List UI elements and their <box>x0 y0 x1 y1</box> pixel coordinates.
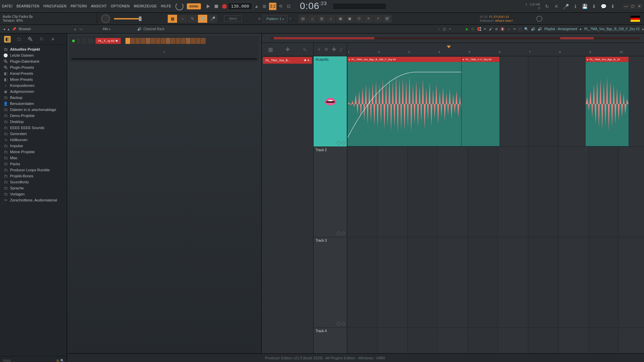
ruler-close-icon[interactable]: ✕ <box>324 46 328 53</box>
tree-item[interactable]: ♪Kompositionen <box>0 82 67 88</box>
ruler-numbers[interactable]: 12345678910 <box>347 43 644 56</box>
menu-options[interactable]: OPTIONEN <box>111 4 130 8</box>
picker-wave-icon[interactable]: ∿ <box>303 46 307 53</box>
tree-item[interactable]: 🗀Backup <box>0 95 67 101</box>
picker-add-icon[interactable]: ✚ <box>285 46 290 53</box>
channel-filter[interactable]: Alle ▾ <box>103 27 110 31</box>
collapse-icon[interactable]: ◂ <box>3 27 5 31</box>
playlist-view-button[interactable]: ▤ <box>299 15 307 23</box>
wait-icon[interactable]: ⊞ <box>261 3 268 10</box>
cr-close-icon[interactable]: ✕ <box>448 27 451 31</box>
ruler-opts-icon[interactable]: ⎎ <box>339 47 343 53</box>
audio-clip-3[interactable]: ▸PL_TMA_Vox_Bgv_B_15 <box>585 56 629 146</box>
undo-history-icon[interactable]: ↻ <box>544 3 550 9</box>
tree-item[interactable]: 🗀Producer Loops Rumble <box>0 167 67 173</box>
pl-tool-select-icon[interactable]: ⬚ <box>519 27 522 31</box>
track-name[interactable]: Track 3 <box>314 237 347 244</box>
browser-folder-icon[interactable]: 🗀 <box>15 36 22 43</box>
cpu-mem-panel[interactable]: 1 119 MB 0 <box>525 3 543 10</box>
step[interactable] <box>146 38 150 44</box>
step[interactable] <box>171 38 175 44</box>
track-header-2[interactable]: Track 2 <box>314 147 347 237</box>
track-name[interactable]: Acapella <box>314 56 347 63</box>
pl-magnet-icon[interactable]: 🧲 <box>477 27 481 31</box>
snap-button-1[interactable]: ▦ <box>168 15 177 23</box>
menu-add[interactable]: HINZUFüGEN <box>44 4 67 8</box>
up-icon[interactable]: ▴ <box>8 27 9 31</box>
track-mute-knob[interactable] <box>337 322 340 325</box>
pl-tool-draw-icon[interactable]: ✏ <box>484 27 486 31</box>
globe-icon[interactable] <box>536 16 542 22</box>
main-pitch-slider[interactable] <box>114 18 141 19</box>
menu-edit[interactable]: BEARBEITEN <box>16 4 39 8</box>
playlist-minimap[interactable] <box>271 37 641 39</box>
mixer-button[interactable]: ⎎ <box>327 15 335 23</box>
speaker2-icon[interactable]: 🔊 <box>538 27 542 31</box>
tree-item[interactable]: 🔌Plugin-Datenbank <box>0 58 67 64</box>
tree-item[interactable]: 🗀Vorlagen <box>0 191 67 197</box>
loop-icon[interactable]: ⟲ <box>277 3 284 10</box>
tempo-field[interactable]: 130.000 <box>228 2 252 10</box>
tree-item[interactable]: 🗀Dateien in d..wischenablage <box>0 107 67 113</box>
channel-pan-knob[interactable] <box>77 38 80 44</box>
playhead-marker-icon[interactable] <box>447 46 451 48</box>
pl-tool-mute-icon[interactable]: 🔇 <box>500 27 504 31</box>
audio-settings-icon[interactable]: ✕ <box>553 3 559 9</box>
minimize-button[interactable]: — <box>623 4 629 9</box>
step[interactable] <box>156 38 160 44</box>
track-name[interactable]: Track 2 <box>314 147 347 153</box>
tree-item[interactable]: 🗀Demo-Projekte <box>0 113 67 119</box>
track-mute-knob[interactable] <box>337 141 340 144</box>
tree-item[interactable]: 🗀Sprache <box>0 185 67 191</box>
tree-item[interactable]: 🗀Meine Projekte <box>0 149 67 155</box>
pattern-prev-icon[interactable]: ◄ <box>255 17 263 20</box>
info-icon[interactable]: ℹ <box>572 3 578 9</box>
pl-tool-playback-icon[interactable]: 🔊 <box>531 27 535 31</box>
pl-tool-paint-icon[interactable]: 🖌 <box>489 27 492 31</box>
master-meter[interactable] <box>333 3 386 10</box>
close-button[interactable]: ✕ <box>637 4 642 9</box>
countdown-icon[interactable]: 3:2 <box>269 3 276 10</box>
info-link[interactable]: What's New? <box>495 19 513 22</box>
maximize-button[interactable]: ▢ <box>630 4 635 9</box>
channel-row[interactable]: PL_T...ry #2 ✚ <box>69 36 259 46</box>
audio-clip-2[interactable]: ▸PL_TMA_V..F_Dry #2 <box>461 56 500 146</box>
track-solo-knob[interactable] <box>341 232 345 235</box>
main-volume-knob[interactable] <box>101 14 110 23</box>
step[interactable] <box>191 38 196 44</box>
tree-item[interactable]: ◉Aufgenommen <box>0 88 67 95</box>
browser-tree[interactable]: 🗀Aktuelles Projekt🕘Letzte Dateien🔌Plugin… <box>0 45 67 356</box>
browser-button[interactable]: ▣ <box>336 15 345 23</box>
step[interactable] <box>186 38 191 44</box>
menu-view[interactable]: ANSICHT <box>91 4 107 8</box>
close-windows-button[interactable]: ✕ <box>364 15 373 23</box>
pattern-name-field[interactable]: Pattern 1 ▾ <box>263 15 287 22</box>
plugin-button[interactable]: ◼ <box>345 15 354 23</box>
midi-input-selector[interactable]: (leer) <box>224 15 242 22</box>
cr-back-icon[interactable]: ◂ <box>74 27 76 32</box>
menu-file[interactable]: DATEI <box>2 4 12 8</box>
track-name[interactable]: Track 4 <box>314 328 347 334</box>
channel-rack-button[interactable]: ▥ <box>317 15 326 23</box>
playlist-crumb[interactable]: PL_TMA_Vox_Bgv_B_150_F_Dry #2 <box>584 27 640 31</box>
pattern-add-icon[interactable]: + <box>287 17 293 20</box>
step[interactable] <box>151 38 155 44</box>
step[interactable] <box>166 38 170 44</box>
tree-item[interactable]: 🗀Gerendert <box>0 131 67 137</box>
arrange-button[interactable]: ↗ <box>374 15 382 23</box>
channel-led-icon[interactable] <box>72 40 75 42</box>
snap-button-4[interactable]: 🔗 <box>198 15 207 23</box>
picker-grid-icon[interactable]: ▦ <box>268 46 273 53</box>
tree-item[interactable]: ◧Mixer-Presets <box>0 76 67 82</box>
step[interactable] <box>181 38 185 44</box>
cr-scrollbar[interactable] <box>71 58 257 60</box>
track-lane-1[interactable]: ▸PL_TMA_Vox_Bgv_B_150_F_Dry #2 ▸PL_TMA_V… <box>347 56 644 146</box>
pl-sync-icon[interactable]: ♺ <box>471 27 474 31</box>
track-header-3[interactable]: Track 3 <box>314 237 347 327</box>
tree-item[interactable]: 🗀Impulse <box>0 143 67 149</box>
cr-graph-icon[interactable]: ▥ <box>443 27 446 31</box>
stop-button[interactable] <box>214 4 219 9</box>
snap-button-2[interactable]: → <box>178 15 187 23</box>
track-header-4[interactable]: Track 4 <box>314 328 347 354</box>
tree-item[interactable]: 🗀Packs <box>0 161 67 167</box>
